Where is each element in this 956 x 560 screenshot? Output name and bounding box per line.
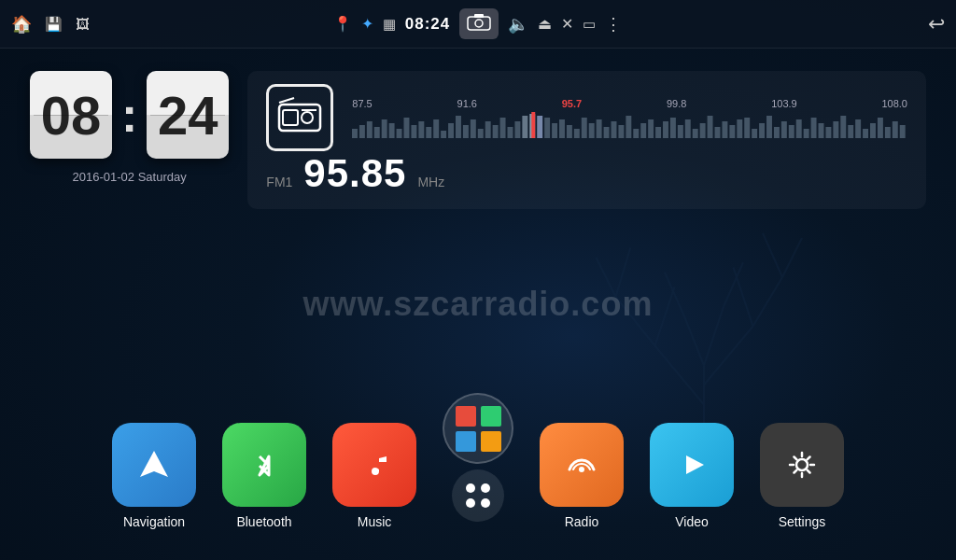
- back-button[interactable]: ↩: [928, 12, 945, 36]
- svg-rect-64: [655, 127, 661, 138]
- freq-label-3: 99.8: [667, 98, 686, 109]
- svg-rect-65: [663, 121, 668, 138]
- svg-rect-79: [766, 116, 772, 138]
- apps-row: Navigation Bluetooth Music: [0, 392, 956, 560]
- svg-rect-66: [670, 118, 676, 138]
- svg-rect-84: [804, 129, 809, 138]
- svg-rect-23: [352, 129, 358, 138]
- svg-rect-38: [463, 125, 469, 138]
- clock-hours: 08: [30, 71, 112, 159]
- navigation-icon: [112, 423, 196, 507]
- svg-rect-55: [589, 123, 595, 138]
- svg-rect-76: [745, 118, 751, 138]
- svg-rect-77: [752, 129, 757, 138]
- svg-rect-61: [634, 129, 640, 138]
- video-icon: [650, 423, 734, 507]
- camera-button[interactable]: [459, 8, 499, 39]
- svg-rect-92: [863, 129, 868, 138]
- window-icon[interactable]: ▭: [583, 16, 596, 33]
- eject-icon[interactable]: ⏏: [538, 15, 552, 33]
- bluetooth-icon[interactable]: ✦: [361, 15, 373, 33]
- svg-point-20: [302, 112, 313, 123]
- clock-date: 2016-01-02 Saturday: [73, 170, 187, 184]
- radio-app-icon: [540, 423, 624, 507]
- svg-rect-59: [619, 125, 625, 138]
- svg-rect-68: [685, 119, 691, 138]
- sdcard-icon[interactable]: 💾: [45, 16, 63, 33]
- menu-icon[interactable]: ⋮: [605, 14, 623, 35]
- clock-minutes: 24: [147, 71, 229, 159]
- svg-rect-34: [434, 119, 440, 138]
- bluetooth-app-icon: [222, 423, 306, 507]
- svg-rect-94: [878, 118, 883, 138]
- location-icon[interactable]: 📍: [333, 15, 352, 33]
- svg-rect-29: [397, 129, 402, 138]
- svg-rect-86: [819, 123, 824, 138]
- freq-label-4: 103.9: [771, 98, 797, 109]
- more-dots: [460, 478, 496, 513]
- clock-colon: :: [121, 71, 137, 159]
- svg-rect-90: [849, 125, 854, 138]
- home-icon[interactable]: 🏠: [11, 14, 32, 35]
- signal-icon[interactable]: ▦: [383, 16, 396, 33]
- app-more[interactable]: [443, 393, 513, 522]
- svg-rect-88: [834, 121, 839, 138]
- svg-rect-93: [870, 123, 876, 138]
- more-apps-icon[interactable]: [452, 469, 504, 522]
- svg-point-102: [796, 459, 808, 470]
- freq-label-0: 87.5: [352, 98, 372, 109]
- app-music[interactable]: Music: [332, 423, 416, 529]
- svg-rect-51: [559, 119, 565, 138]
- app-radio[interactable]: Radio: [540, 423, 624, 529]
- widget-row: 08 : 24 2016-01-02 Saturday: [0, 49, 956, 224]
- svg-marker-99: [140, 451, 168, 477]
- svg-rect-50: [552, 123, 557, 138]
- svg-rect-28: [389, 123, 395, 138]
- svg-rect-80: [774, 127, 780, 138]
- freq-label-5: 108.0: [881, 98, 907, 109]
- svg-rect-81: [781, 121, 787, 138]
- radio-widget[interactable]: 87.5 91.6 95.7 99.8 103.9 108.0 // gener: [247, 71, 926, 209]
- svg-rect-85: [811, 118, 817, 138]
- svg-rect-72: [715, 127, 721, 138]
- close-icon[interactable]: ✕: [561, 15, 573, 33]
- svg-rect-48: [538, 116, 543, 138]
- radio-frequency: 95.85: [303, 151, 406, 196]
- svg-rect-69: [693, 129, 698, 138]
- svg-rect-73: [723, 121, 728, 138]
- svg-rect-27: [382, 119, 387, 138]
- music-label: Music: [358, 514, 392, 529]
- svg-rect-25: [367, 121, 373, 138]
- svg-point-100: [579, 467, 584, 472]
- music-icon: [332, 423, 416, 507]
- gallery-icon[interactable]: 🖼: [76, 16, 90, 32]
- svg-rect-53: [574, 129, 580, 138]
- app-bluetooth[interactable]: Bluetooth: [222, 423, 306, 529]
- svg-rect-43: [500, 118, 506, 138]
- app-settings[interactable]: Settings: [760, 423, 844, 529]
- svg-rect-49: [544, 118, 550, 138]
- svg-rect-18: [279, 105, 320, 131]
- svg-rect-78: [759, 123, 765, 138]
- status-center: 📍 ✦ ▦ 08:24 🔈 ⏏ ✕ ▭ ⋮: [333, 8, 623, 39]
- svg-rect-33: [427, 127, 432, 138]
- svg-rect-71: [708, 116, 713, 138]
- volume-icon[interactable]: 🔈: [508, 14, 528, 35]
- status-left-icons: 🏠 💾 🖼: [11, 14, 333, 35]
- svg-rect-70: [700, 123, 706, 138]
- svg-rect-91: [855, 119, 861, 138]
- svg-rect-42: [493, 125, 499, 138]
- svg-rect-56: [597, 119, 602, 138]
- app-navigation[interactable]: Navigation: [112, 423, 196, 529]
- svg-rect-63: [648, 119, 654, 138]
- status-right: ↩: [623, 12, 945, 36]
- video-label: Video: [675, 514, 709, 529]
- app-video[interactable]: Video: [650, 423, 734, 529]
- svg-rect-24: [359, 125, 365, 138]
- svg-rect-36: [448, 123, 454, 138]
- svg-rect-32: [419, 121, 425, 138]
- svg-rect-35: [441, 131, 446, 138]
- svg-rect-46: [523, 116, 528, 138]
- svg-rect-37: [456, 116, 461, 138]
- svg-rect-15: [468, 17, 490, 30]
